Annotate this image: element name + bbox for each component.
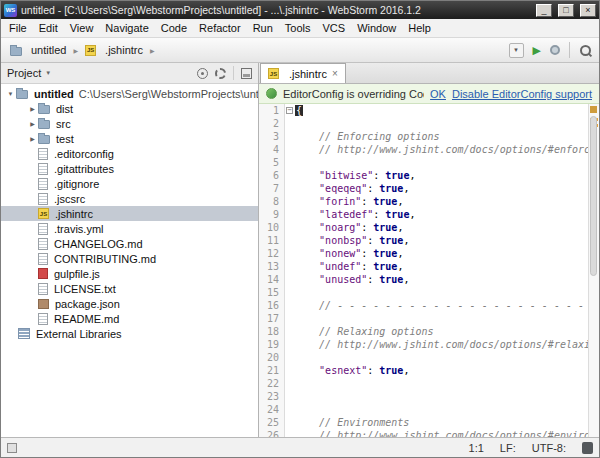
close-button[interactable]: × (580, 4, 596, 17)
line-separator-widget[interactable]: LF: (500, 442, 516, 454)
run-config-chevron-icon[interactable]: ▼ (509, 43, 524, 58)
editor-scrollbar[interactable] (588, 104, 599, 437)
maximize-button[interactable]: □ (558, 4, 574, 17)
code-line-23[interactable]: 23 (259, 390, 588, 403)
menu-item-help[interactable]: Help (402, 19, 437, 37)
menu-item-navigate[interactable]: Navigate (99, 19, 154, 37)
tab-jshintrc[interactable]: JS .jshintrc × (260, 63, 346, 83)
scrollbar-thumb[interactable] (590, 116, 597, 276)
menu-item-refactor[interactable]: Refactor (193, 19, 247, 37)
menu-item-code[interactable]: Code (155, 19, 193, 37)
code-line-26[interactable]: 26 // http://www.jshint.com/docs/options… (259, 429, 588, 437)
tree-item-gulpfile-js[interactable]: gulpfile.js (1, 266, 258, 281)
code-line-14[interactable]: 14 "unused": true, (259, 273, 588, 286)
code-editor[interactable]: 1−{23 // Enforcing options4 // http://ww… (259, 104, 599, 437)
menu-item-view[interactable]: View (64, 19, 100, 37)
tree-item-root-untitled[interactable]: ▼ untitled C:\Users\Serg\WebstormProject… (1, 86, 258, 101)
code-line-3[interactable]: 3 // Enforcing options (259, 130, 588, 143)
code-line-10[interactable]: 10 "noarg": true, (259, 221, 588, 234)
tree-item-gitattributes[interactable]: .gitattributes (1, 161, 258, 176)
code-line-19[interactable]: 19 // http://www.jshint.com/docs/options… (259, 338, 588, 351)
toolwindow-toggle-icon[interactable] (7, 443, 17, 453)
hide-panel-icon[interactable] (241, 68, 252, 79)
line-number[interactable]: 6 (259, 169, 285, 182)
line-number[interactable]: 26 (259, 429, 285, 437)
line-number[interactable]: 8 (259, 195, 285, 208)
encoding-widget[interactable]: UTF-8: (532, 442, 566, 454)
code-line-21[interactable]: 21 "esnext": true, (259, 364, 588, 377)
tree-item-src[interactable]: ▶src (1, 116, 258, 131)
chevron-collapsed-icon[interactable]: ▶ (27, 120, 38, 127)
banner-disable-link[interactable]: Disable EditorConfig support (452, 88, 592, 100)
tree-item-jscsrc[interactable]: .jscsrc (1, 191, 258, 206)
line-number[interactable]: 2 (259, 117, 285, 130)
line-number[interactable]: 3 (259, 130, 285, 143)
code-line-8[interactable]: 8 "forin": true, (259, 195, 588, 208)
tree-item-readme-md[interactable]: README.md (1, 311, 258, 326)
line-number[interactable]: 4 (259, 143, 285, 156)
line-number[interactable]: 16 (259, 299, 285, 312)
line-number[interactable]: 24 (259, 403, 285, 416)
line-number[interactable]: 23 (259, 390, 285, 403)
line-number[interactable]: 9 (259, 208, 285, 221)
line-number[interactable]: 1 (259, 104, 285, 117)
line-number[interactable]: 11 (259, 234, 285, 247)
fold-marker-icon[interactable]: − (285, 104, 295, 117)
code-line-4[interactable]: 4 // http://www.jshint.com/docs/options/… (259, 143, 588, 156)
code-line-22[interactable]: 22 (259, 377, 588, 390)
code-line-5[interactable]: 5 (259, 156, 588, 169)
minimize-button[interactable]: _ (536, 4, 552, 17)
code-line-2[interactable]: 2 (259, 117, 588, 130)
line-number[interactable]: 25 (259, 416, 285, 429)
line-number[interactable]: 19 (259, 338, 285, 351)
project-panel-title[interactable]: Project (7, 67, 41, 79)
tree-item-external-libraries[interactable]: External Libraries (1, 326, 258, 341)
run-button[interactable]: ▶ (533, 45, 541, 56)
tree-item-contributing-md[interactable]: CONTRIBUTING.md (1, 251, 258, 266)
tree-item-editorconfig[interactable]: .editorconfig (1, 146, 258, 161)
code-line-7[interactable]: 7 "eqeqeq": true, (259, 182, 588, 195)
tree-item-jshintrc[interactable]: JS.jshintrc (1, 206, 258, 221)
code-line-18[interactable]: 18 // Relaxing options (259, 325, 588, 338)
code-line-17[interactable]: 17 (259, 312, 588, 325)
line-number[interactable]: 14 (259, 273, 285, 286)
line-number[interactable]: 10 (259, 221, 285, 234)
tab-close-icon[interactable]: × (332, 69, 338, 79)
tree-item-changelog-md[interactable]: CHANGELOG.md (1, 236, 258, 251)
inspection-indicator-icon[interactable] (590, 106, 597, 113)
code-line-15[interactable]: 15 (259, 286, 588, 299)
tree-item-dist[interactable]: ▶dist (1, 101, 258, 116)
hector-inspection-icon[interactable] (582, 442, 593, 454)
menu-item-tools[interactable]: Tools (279, 19, 317, 37)
line-number[interactable]: 5 (259, 156, 285, 169)
code-line-20[interactable]: 20 (259, 351, 588, 364)
code-line-25[interactable]: 25 // Environments (259, 416, 588, 429)
line-number[interactable]: 17 (259, 312, 285, 325)
line-number[interactable]: 20 (259, 351, 285, 364)
code-line-12[interactable]: 12 "nonew": true, (259, 247, 588, 260)
code-line-13[interactable]: 13 "undef": true, (259, 260, 588, 273)
banner-ok-link[interactable]: OK (430, 88, 446, 100)
line-number[interactable]: 15 (259, 286, 285, 299)
menu-item-vcs[interactable]: VCS (317, 19, 352, 37)
fold-minus-icon[interactable]: − (286, 107, 293, 114)
code-line-16[interactable]: 16 // - - - - - - - - - - - - - - - - - … (259, 299, 588, 312)
line-number[interactable]: 7 (259, 182, 285, 195)
debug-icon[interactable] (550, 45, 560, 55)
tree-item-travis-yml[interactable]: .travis.yml (1, 221, 258, 236)
line-number[interactable]: 22 (259, 377, 285, 390)
breadcrumb-project[interactable]: untitled (8, 43, 68, 57)
settings-gear-icon[interactable] (215, 68, 226, 79)
chevron-down-icon[interactable]: ▼ (45, 70, 51, 76)
code-line-6[interactable]: 6 "bitwise": true, (259, 169, 588, 182)
menu-item-window[interactable]: Window (351, 19, 402, 37)
breadcrumb-file[interactable]: JS .jshintrc (83, 43, 145, 57)
code-line-24[interactable]: 24 (259, 403, 588, 416)
menu-item-edit[interactable]: Edit (33, 19, 64, 37)
menu-item-run[interactable]: Run (247, 19, 279, 37)
chevron-collapsed-icon[interactable]: ▶ (27, 135, 38, 142)
line-number[interactable]: 21 (259, 364, 285, 377)
tree-item-gitignore[interactable]: .gitignore (1, 176, 258, 191)
tree-item-package-json[interactable]: package.json (1, 296, 258, 311)
line-number[interactable]: 12 (259, 247, 285, 260)
